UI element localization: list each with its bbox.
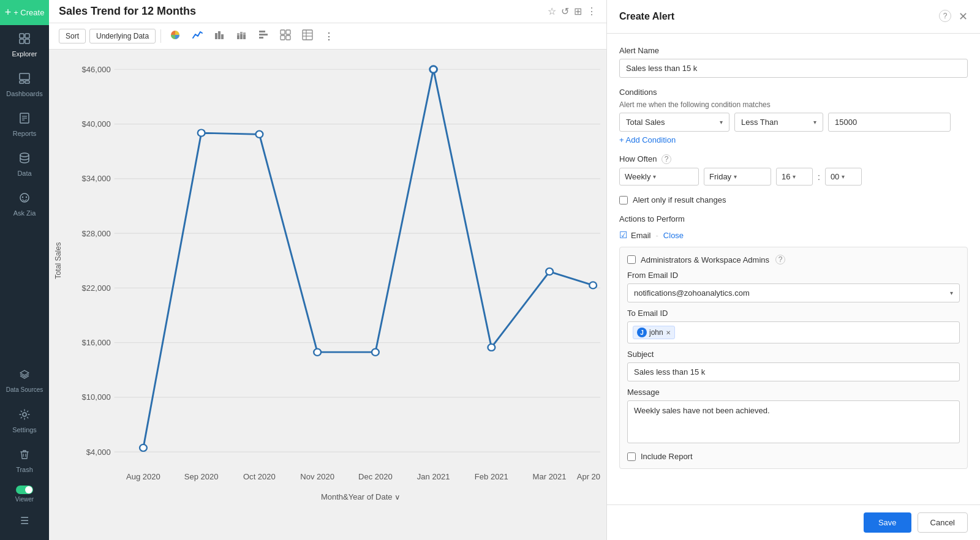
from-email-select[interactable]: notifications@zohoanalytics.com ▾ [627,283,960,302]
viewer-toggle[interactable]: Viewer [12,481,37,508]
svg-rect-5 [20,81,24,83]
message-textarea[interactable]: Weekly sales have not been achieved. [627,400,960,443]
condition-operator-select[interactable]: Less Than ▾ [734,113,823,132]
line-chart-icon[interactable] [188,27,206,45]
email-checkbox-checked[interactable]: ☑ [619,230,627,241]
pie-chart-icon[interactable] [166,27,184,45]
help-icon[interactable]: ? [939,10,951,22]
subject-label: Subject [627,350,960,359]
svg-text:Jan 2021: Jan 2021 [417,473,450,481]
frequency-select[interactable]: Weekly ▾ [619,168,699,186]
to-email-label: To Email ID [627,309,960,318]
conditions-row: Total Sales ▾ Less Than ▾ [619,113,968,132]
how-often-label: How Often ? [619,154,968,164]
condition-value-input[interactable] [828,113,951,132]
underlying-data-button[interactable]: Underlying Data [89,29,156,43]
sidebar-item-settings[interactable]: Settings [3,401,47,441]
how-often-help-icon[interactable]: ? [662,154,671,164]
sidebar-item-data[interactable]: Data [0,144,49,184]
svg-rect-27 [259,31,265,32]
chart-toolbar: Sort Underlying Data ⋮ [49,23,606,50]
alert-header-icons: ? ✕ [939,10,968,23]
svg-point-11 [20,153,29,157]
how-often-row: Weekly ▾ Friday ▾ 16 ▾ : 00 ▾ [619,168,968,186]
bar-chart-icon[interactable] [210,27,228,45]
chart-title: Sales Trend for 12 Months [59,5,541,18]
svg-point-59 [314,349,321,356]
favorite-icon[interactable]: ☆ [548,6,556,17]
sidebar-item-trash[interactable]: Trash [3,441,47,481]
trash-icon [18,448,31,463]
alert-panel-title: Create Alert [619,11,674,22]
minute-select[interactable]: 00 ▾ [825,168,862,186]
from-email-value: notifications@zohoanalytics.com [634,288,750,298]
alert-if-changes-checkbox[interactable] [619,196,628,204]
subject-input[interactable] [627,362,960,381]
time-colon: : [818,172,820,182]
top-bar: Sales Trend for 12 Months ☆ ↺ ⊞ ⋮ [49,0,606,23]
svg-point-60 [372,349,379,356]
sidebar-item-dashboards[interactable]: Dashboards [0,65,49,105]
grid-view-icon[interactable] [276,27,295,45]
remove-john-tag[interactable]: ✕ [666,329,671,336]
sidebar-item-explorer[interactable]: Explorer [0,25,49,65]
collapse-sidebar-button[interactable]: ☰ [3,508,47,534]
admins-checkbox[interactable] [627,255,636,264]
hour-select[interactable]: 16 ▾ [776,168,813,186]
svg-text:Sep 2020: Sep 2020 [184,473,219,481]
refresh-icon[interactable]: ↺ [561,6,569,17]
svg-text:$46,000: $46,000 [82,66,111,74]
day-select[interactable]: Friday ▾ [704,168,771,186]
sidebar-item-reports[interactable]: Reports [0,105,49,144]
sort-button[interactable]: Sort [59,29,86,43]
john-avatar: J [637,328,647,337]
svg-rect-4 [20,73,29,80]
include-report-label: Include Report [641,452,693,461]
horizontal-bar-icon[interactable] [254,27,273,45]
svg-text:$34,000: $34,000 [82,175,111,184]
svg-point-62 [488,344,495,351]
svg-text:$10,000: $10,000 [82,394,111,402]
table-view-icon[interactable] [298,27,317,45]
svg-rect-26 [243,32,246,35]
to-email-field[interactable]: J john ✕ [627,321,960,343]
alert-name-input[interactable] [619,59,968,78]
sidebar-item-data-sources[interactable]: Data Sources [3,361,47,401]
svg-rect-19 [218,31,221,39]
cancel-button[interactable]: Cancel [918,512,968,533]
svg-rect-30 [281,30,285,34]
more-icon[interactable]: ⋮ [587,6,597,17]
admins-help-icon[interactable]: ? [775,255,785,264]
grid-icon[interactable]: ⊞ [574,6,582,17]
stacked-bar-icon[interactable] [232,27,251,45]
create-alert-panel: Create Alert ? ✕ Alert Name Conditions A… [606,0,980,540]
svg-rect-18 [215,33,217,39]
add-condition-button[interactable]: + Add Condition [619,135,968,144]
john-name: john [649,328,663,337]
email-close-link[interactable]: Close [663,231,684,240]
svg-text:Mar 2021: Mar 2021 [533,473,567,481]
close-panel-icon[interactable]: ✕ [959,10,968,23]
chart-area: $46,000 $40,000 $34,000 $28,000 $22,000 … [49,50,606,540]
condition-field-select[interactable]: Total Sales ▾ [619,113,729,132]
create-button[interactable]: + + Create [0,0,49,25]
sidebar-item-data-sources-label: Data Sources [6,386,43,394]
svg-text:$16,000: $16,000 [82,339,111,347]
collapse-icon: ☰ [20,515,29,527]
conditions-label: Conditions [619,88,968,97]
svg-text:Total Sales: Total Sales [54,242,62,279]
svg-rect-25 [243,35,246,39]
data-sources-icon [18,369,31,384]
condition-operator-chevron: ▾ [813,119,816,126]
create-label: + Create [13,8,44,17]
day-chevron: ▾ [734,173,737,180]
day-value: Friday [709,172,731,181]
svg-rect-23 [240,34,243,39]
sidebar-item-ask-zia[interactable]: Ask Zia [0,184,49,224]
more-chart-options-icon[interactable]: ⋮ [320,28,337,45]
include-report-checkbox[interactable] [627,452,636,461]
save-button[interactable]: Save [864,512,911,533]
svg-text:Dec 2020: Dec 2020 [358,473,393,481]
to-email-group: To Email ID J john ✕ [627,309,960,343]
subject-group: Subject [627,350,960,381]
